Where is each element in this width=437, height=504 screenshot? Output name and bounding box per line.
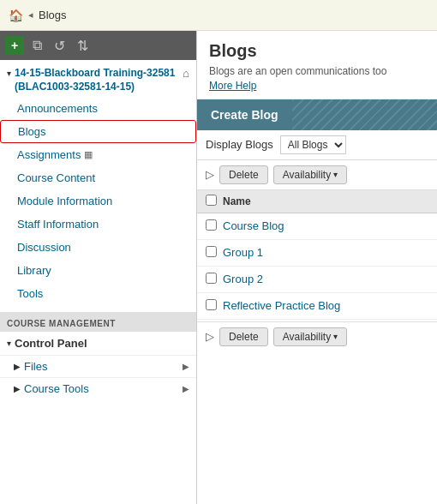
blog-checkbox-0[interactable] bbox=[206, 219, 217, 231]
home-icon[interactable]: 🏠 bbox=[9, 9, 23, 22]
blog-name-2[interactable]: Group 2 bbox=[223, 273, 428, 285]
bottom-action-arrow: ▷ bbox=[206, 330, 214, 343]
nav-item-assignments[interactable]: Assignments ▦ bbox=[0, 143, 196, 166]
blog-row-0: Course Blog bbox=[197, 213, 437, 240]
availability-arrow-top: ▾ bbox=[333, 170, 338, 179]
nav-item-blogs[interactable]: Blogs bbox=[0, 120, 196, 143]
blog-row-3: Reflective Practice Blog bbox=[197, 293, 437, 320]
breadcrumb-bar: 🏠 ◂ Blogs bbox=[0, 0, 437, 31]
control-panel-item[interactable]: ▾ Control Panel bbox=[0, 332, 196, 355]
table-header: Name bbox=[197, 190, 437, 213]
header-checkbox-col bbox=[206, 195, 223, 208]
top-action-arrow: ▷ bbox=[206, 168, 214, 181]
delete-button-top[interactable]: Delete bbox=[219, 165, 268, 184]
bottom-table-actions: ▷ Delete Availability ▾ bbox=[197, 321, 437, 351]
breadcrumb-title: Blogs bbox=[39, 9, 67, 21]
nav-item-staff-information[interactable]: Staff Information bbox=[0, 213, 196, 236]
course-collapse-arrow[interactable]: ▾ bbox=[7, 69, 11, 78]
availability-button-bottom[interactable]: Availability ▾ bbox=[273, 327, 347, 346]
assignments-label: Assignments bbox=[17, 148, 81, 161]
availability-label-top: Availability bbox=[283, 169, 331, 181]
course-tools-arrow: ▶ bbox=[14, 384, 21, 393]
course-home-icon[interactable]: ⌂ bbox=[183, 67, 189, 80]
course-title-row: ▾ 14-15-Blackboard Training-32581 (BLAC1… bbox=[0, 60, 196, 97]
blog-row-1: Group 1 bbox=[197, 240, 437, 267]
files-label: Files bbox=[24, 360, 47, 373]
availability-label-bottom: Availability bbox=[283, 331, 331, 343]
content-description: Blogs are an open communications too Mor… bbox=[209, 64, 425, 93]
copy-icon[interactable]: ⧉ bbox=[29, 36, 45, 55]
content-area: Blogs Blogs are an open communications t… bbox=[197, 31, 437, 504]
refresh-icon[interactable]: ↺ bbox=[51, 36, 69, 56]
blog-row-2: Group 2 bbox=[197, 267, 437, 293]
top-table-actions: ▷ Delete Availability ▾ bbox=[197, 160, 437, 190]
name-column-header: Name bbox=[223, 195, 428, 207]
reorder-icon[interactable]: ⇅ bbox=[74, 36, 92, 56]
display-blogs-select[interactable]: All Blogs bbox=[280, 135, 346, 154]
nav-item-course-content[interactable]: Course Content bbox=[0, 166, 196, 189]
sidebar: + ⧉ ↺ ⇅ ▾ 14-15-Blackboard Training-3258… bbox=[0, 31, 197, 504]
nav-item-library[interactable]: Library bbox=[0, 259, 196, 282]
course-tools-label: Course Tools bbox=[24, 382, 89, 395]
page-title: Blogs bbox=[209, 41, 425, 61]
availability-button-top[interactable]: Availability ▾ bbox=[273, 165, 347, 184]
back-icon[interactable]: ◂ bbox=[28, 9, 33, 21]
files-item[interactable]: ▶ Files ▶ bbox=[0, 355, 196, 377]
files-right-arrow: ▶ bbox=[183, 362, 189, 371]
control-panel-arrow: ▾ bbox=[7, 339, 11, 348]
nav-item-announcements[interactable]: Announcements bbox=[0, 97, 196, 120]
availability-arrow-bottom: ▾ bbox=[333, 332, 338, 341]
nav-item-discussion[interactable]: Discussion bbox=[0, 236, 196, 259]
delete-button-bottom[interactable]: Delete bbox=[219, 327, 268, 346]
blog-checkbox-2[interactable] bbox=[206, 273, 217, 284]
course-tools-right-arrow: ▶ bbox=[183, 384, 189, 393]
blog-name-0[interactable]: Course Blog bbox=[223, 219, 428, 232]
create-blog-bar: Create Blog bbox=[197, 99, 437, 130]
assignments-icon: ▦ bbox=[84, 149, 93, 160]
display-blogs-label: Display Blogs bbox=[206, 138, 273, 151]
control-panel-label: Control Panel bbox=[15, 337, 87, 350]
display-blogs-bar: Display Blogs All Blogs bbox=[197, 130, 437, 160]
add-button[interactable]: + bbox=[5, 36, 24, 55]
nav-item-module-information[interactable]: Module Information bbox=[0, 189, 196, 213]
course-tools-item[interactable]: ▶ Course Tools ▶ bbox=[0, 377, 196, 399]
content-header: Blogs Blogs are an open communications t… bbox=[197, 31, 437, 99]
blog-name-1[interactable]: Group 1 bbox=[223, 246, 428, 259]
course-management-header: Course Management bbox=[0, 312, 196, 332]
course-title-link[interactable]: 14-15-Blackboard Training-32581 (BLAC100… bbox=[15, 67, 177, 93]
main-layout: + ⧉ ↺ ⇅ ▾ 14-15-Blackboard Training-3258… bbox=[0, 31, 437, 504]
more-help-link[interactable]: More Help bbox=[209, 79, 425, 93]
nav-item-tools[interactable]: Tools bbox=[0, 282, 196, 305]
blog-name-3[interactable]: Reflective Practice Blog bbox=[223, 299, 428, 312]
select-all-checkbox[interactable] bbox=[206, 195, 217, 206]
blog-checkbox-3[interactable] bbox=[206, 299, 217, 310]
create-btn-spacer bbox=[292, 99, 437, 130]
sidebar-toolbar: + ⧉ ↺ ⇅ bbox=[0, 31, 196, 60]
files-arrow: ▶ bbox=[14, 362, 21, 371]
create-blog-button[interactable]: Create Blog bbox=[197, 99, 292, 130]
blog-checkbox-1[interactable] bbox=[206, 246, 217, 257]
